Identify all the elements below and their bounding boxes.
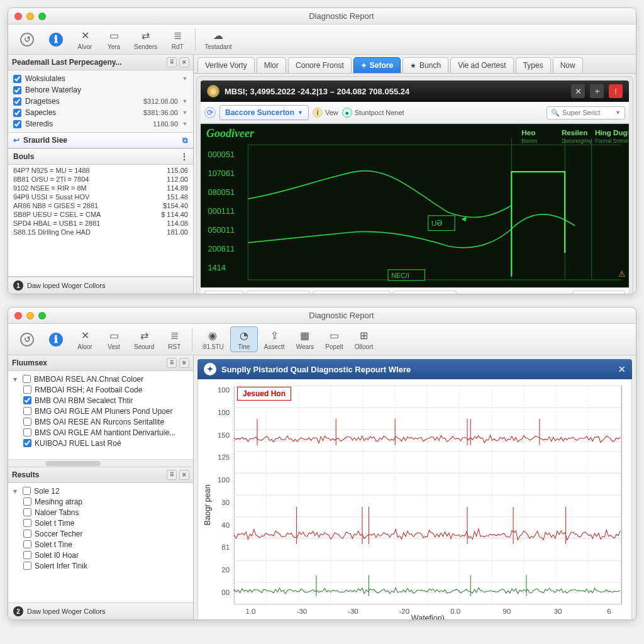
results-tree[interactable]: ▾ Sole 12 Mesihng atrap Naloer Tabns Sol… [8,483,193,602]
table-row[interactable]: AR86 NB8 = GISES = 2881$154.40 [8,201,193,210]
scope-add-icon[interactable]: ＋ [590,84,604,98]
close-icon[interactable] [14,312,22,319]
minimize-icon[interactable] [26,312,34,319]
section-menu-icon[interactable]: ⋮ [180,152,188,161]
disclosure-icon[interactable]: ▾ [13,487,19,496]
toolbar-info[interactable]: ℹ [42,331,70,348]
tree-row[interactable]: RMBOAI RSH; At Footbail Code [9,384,192,395]
table-row[interactable]: SPD4 HBAL = USB1 = 2881114.08 [8,219,193,228]
filter-row[interactable]: Sapecles $381:36.00 ▼ [8,107,193,118]
horizontal-scrollbar[interactable] [8,459,193,467]
minimize-icon[interactable] [26,13,34,20]
report-close-icon[interactable]: ✕ [618,364,626,374]
tree-row[interactable]: BMS OAI RGLE AM hantiont Derivartuie... [9,427,192,438]
filter-row[interactable]: Behore Waterlay [8,84,193,96]
tree-row[interactable]: Solet I0 Hoar [9,550,192,560]
toolbar-testadant[interactable]: ☁Testadant [199,27,236,52]
panel-settings-icon[interactable]: ⠿ [167,57,177,67]
section-bouls[interactable]: Bouls ⋮ [8,148,193,165]
toolbar-info[interactable]: ℹ [42,31,70,48]
checkbox[interactable] [23,530,31,538]
toolbar-olloort[interactable]: ⊞Olloort [350,327,378,352]
titlebar[interactable]: Diagnostic Report [8,308,636,324]
oscilloscope-screen[interactable]: Goodiveer 000051107061080051000111050011… [201,124,629,287]
toolbar-tine[interactable]: ◔Tine [230,326,258,352]
tree-row[interactable]: Solert Irfer Tinik [9,560,192,571]
checkbox[interactable] [13,86,21,94]
checkbox[interactable] [23,418,31,426]
waveform-plot[interactable]: Jesued Hon 1001001501251003040812000 1.0… [197,379,632,620]
toolbar-val[interactable]: ◉:81.5TU [196,327,229,352]
scope-mode-icon[interactable]: ⟳ [204,107,216,118]
toolbar-yera[interactable]: ▭Yera [100,27,128,52]
filter-row[interactable]: Woksiulales ▼ [8,73,193,84]
footer-chip[interactable]: ⚑Selure Pouchs [247,291,311,294]
tab-bunch[interactable]: ★Bunch [402,57,448,73]
panel-settings-icon[interactable]: ⠿ [167,470,177,480]
tab-sefore[interactable]: ✦Sefore [353,57,401,73]
tree-row[interactable]: ▾ BMBOAI RSEL AN.Chnat Coloer [9,374,192,384]
tree-row[interactable]: ▾ Sole 12 [9,486,192,496]
tree-row[interactable]: Solet t Tine [9,539,192,550]
checkbox[interactable] [23,551,31,559]
checkbox[interactable] [23,375,31,383]
chevron-down-icon[interactable]: ▼ [182,121,188,127]
tab-mlor[interactable]: Mlor [257,57,286,73]
toolbar-popelt[interactable]: ▭Popelt [320,327,348,352]
scope-search[interactable]: 🔍 ▼ [547,106,625,119]
table-row[interactable]: 8B81 O/SU = 2Tl = 7804112.00 [8,175,193,184]
toolbar-seourd[interactable]: ⇄Seourd [129,327,159,352]
chevron-down-icon[interactable]: ▼ [182,109,188,116]
checkbox[interactable] [23,562,31,570]
checkbox[interactable] [23,497,31,506]
toolbar-rst[interactable]: ≣RST [160,327,188,352]
scope-mode-dropdown[interactable]: Baccore Suncerton ▼ [219,105,309,120]
search-input[interactable] [562,109,613,116]
scope-close-icon[interactable]: ✕ [571,84,585,98]
close-icon[interactable] [14,13,22,20]
panel-close-icon[interactable]: ✕ [179,57,189,67]
footer-chip[interactable]: ▢Winded Witec) [393,291,457,294]
footer-chip[interactable]: ⊞Sanels [204,291,244,294]
tree-row[interactable]: BMG OAI RGLE AM Pluners Pond Upoer [9,406,192,416]
tree-row[interactable]: Solet t Time [9,518,192,528]
tree-row[interactable]: BMB OAI RBM Secalect Thtir [9,395,192,406]
toolbar-assect[interactable]: ⇪Assectt [259,327,290,352]
toolbar-history[interactable]: ↺ [13,31,41,48]
table-row[interactable]: SB8P UESU = CSEL = CMA$ 114.40 [8,210,193,219]
tree-row[interactable]: KUIBOAJ RUEL Last Roé [9,438,192,448]
chevron-down-icon[interactable]: ▼ [182,75,188,82]
toolbar-history[interactable]: ↺ [13,331,41,348]
titlebar[interactable]: Diagnostic Report [8,8,636,25]
view-chip[interactable]: i Vew [313,108,338,118]
filter-row[interactable]: Dragetses $312.08.00 ▼ [8,96,193,107]
toolbar-aloor[interactable]: ✕Aloor [71,327,99,352]
checkbox[interactable] [13,120,21,128]
checkbox[interactable] [23,540,31,548]
checkbox[interactable] [13,109,21,117]
checkbox[interactable] [23,508,31,516]
chevron-down-icon[interactable]: ▼ [182,98,188,104]
checkbox[interactable] [23,519,31,527]
table-row[interactable]: S88.1S Dirlling One HAD181.00 [8,228,193,236]
tab-now[interactable]: Now [553,57,583,73]
tree-row[interactable]: Mesihng atrap [9,496,192,507]
tree-row[interactable]: Naloer Tabns [9,507,192,518]
checkbox[interactable] [23,396,31,404]
panel-close-icon[interactable]: ✕ [179,358,189,368]
toolbar-alvor[interactable]: ✕Alvor [71,27,99,52]
section-saved[interactable]: ↩ Sraurld Siee ⧉ [8,132,193,148]
checkbox[interactable] [13,75,21,83]
checkbox[interactable] [23,386,31,394]
toolbar-rdt[interactable]: ≣RdT [164,27,191,52]
checkbox[interactable] [13,97,21,106]
checkbox[interactable] [23,487,31,495]
toolbar-senders[interactable]: ⇄Senders [129,27,162,52]
checkbox[interactable] [23,428,31,436]
toolbar-wears[interactable]: ▦Wears [291,327,319,352]
maximize-icon[interactable] [38,13,46,20]
tab-vie-ad-oertest[interactable]: Vie ad Oertest [450,57,514,73]
section-action-icon[interactable]: ⧉ [182,136,188,145]
table-row[interactable]: 84P? N925 = MU = 1488115.06 [8,166,193,175]
panel-close-icon[interactable]: ✕ [179,470,189,480]
